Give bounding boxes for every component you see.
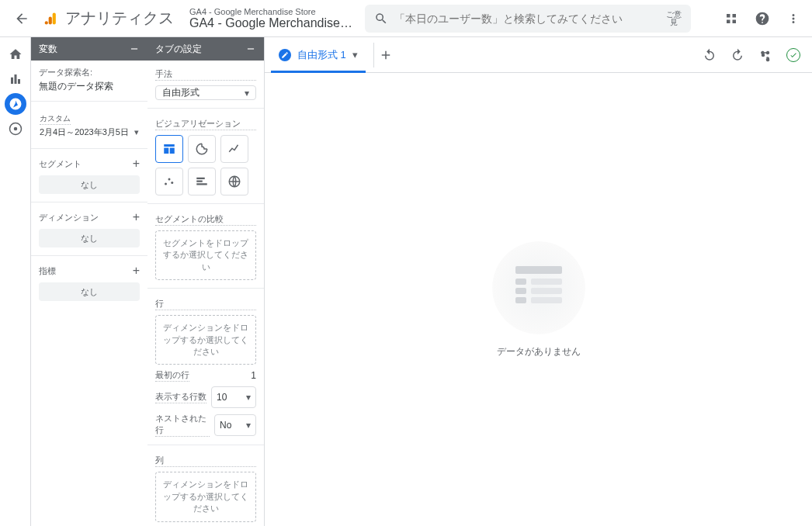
variables-panel: 変数 データ探索名: 無題のデータ探索 カスタム 2月4日～2023年3月5日 … <box>31 37 147 526</box>
viz-geo-icon[interactable] <box>220 168 248 196</box>
add-tab-button[interactable] <box>373 43 398 67</box>
redo-icon[interactable] <box>725 43 750 67</box>
search-field[interactable]: ご意 見 <box>365 5 691 33</box>
svg-point-3 <box>13 127 17 131</box>
svg-rect-1 <box>49 16 52 24</box>
nav-reports-icon[interactable] <box>5 68 26 90</box>
chevron-down-icon: ▾ <box>246 392 251 403</box>
viz-line-icon[interactable] <box>220 135 248 163</box>
undo-icon[interactable] <box>697 43 722 67</box>
nested-rows-select[interactable]: No ▾ <box>214 414 256 436</box>
segment-compare-label: セグメントの比較 <box>155 213 256 226</box>
first-row-value: 1 <box>251 370 256 381</box>
empty-illustration-icon <box>492 241 585 334</box>
rows-section-label: 行 <box>155 298 256 310</box>
svg-point-4 <box>165 183 167 185</box>
add-segment-icon[interactable]: + <box>133 157 140 171</box>
date-range-value: 2月4日～2023年3月5日 <box>40 126 129 138</box>
segments-none-chip[interactable]: なし <box>39 175 140 194</box>
chevron-down-icon: ▾ <box>245 88 249 99</box>
chevron-down-icon: ▾ <box>134 127 139 137</box>
nested-rows-value: No <box>220 420 231 431</box>
account-name: GA4 - Google Merchandise Store <box>189 7 352 16</box>
canvas-area: 自由形式 1 ▾ <box>264 37 812 526</box>
first-row-label: 最初の行 <box>155 369 189 382</box>
rows-shown-value: 10 <box>217 392 227 403</box>
property-name: GA4 - Google Merchandise ... <box>189 16 352 30</box>
viz-bar-icon[interactable] <box>188 168 216 196</box>
visualization-label: ビジュアリゼーション <box>155 118 256 130</box>
share-icon[interactable] <box>753 43 778 67</box>
metrics-none-chip[interactable]: なし <box>39 282 140 301</box>
more-icon[interactable] <box>781 3 806 34</box>
svg-point-5 <box>168 178 171 181</box>
technique-label: 手法 <box>155 68 256 81</box>
exploration-name-label: データ探索名: <box>39 67 140 78</box>
apps-icon[interactable] <box>719 3 744 34</box>
collapse-settings-icon[interactable] <box>245 43 256 54</box>
add-metric-icon[interactable]: + <box>133 264 140 278</box>
chevron-down-icon: ▾ <box>246 420 251 431</box>
cols-section-label: 列 <box>155 455 256 467</box>
tab-label: 自由形式 1 <box>297 48 346 62</box>
rows-drop[interactable]: ディメンションをドロップするか選択してください <box>155 315 256 365</box>
variables-title: 変数 <box>39 43 57 56</box>
dimensions-label: ディメンション <box>39 212 99 223</box>
empty-message: データがありません <box>497 345 581 358</box>
segments-label: セグメント <box>39 158 82 170</box>
date-range-label: カスタム <box>40 113 71 125</box>
exploration-name-value[interactable]: 無題のデータ探索 <box>39 80 140 93</box>
tab-freeform-1[interactable]: 自由形式 1 ▾ <box>271 37 366 73</box>
back-icon[interactable] <box>6 3 37 34</box>
nav-home-icon[interactable] <box>5 43 26 65</box>
search-input[interactable] <box>394 12 660 25</box>
viz-scatter-icon[interactable] <box>155 168 183 196</box>
metrics-label: 指標 <box>39 265 56 277</box>
left-nav-rail <box>0 37 31 526</box>
rows-shown-label: 表示する行数 <box>155 391 206 403</box>
viz-table-icon[interactable] <box>155 135 183 163</box>
collapse-variables-icon[interactable] <box>129 43 140 54</box>
account-switcher[interactable]: GA4 - Google Merchandise Store GA4 - Goo… <box>189 7 352 30</box>
viz-donut-icon[interactable] <box>188 135 216 163</box>
ga-logo-icon <box>43 3 59 34</box>
add-dimension-icon[interactable]: + <box>133 210 140 224</box>
cols-drop[interactable]: ディメンションをドロップするか選択してください <box>155 472 256 521</box>
nav-advertising-icon[interactable] <box>5 118 26 140</box>
tab-settings-title: タブの設定 <box>155 43 202 56</box>
tab-settings-panel: タブの設定 手法 自由形式 ▾ ビジュアリゼーション <box>147 37 264 526</box>
help-icon[interactable] <box>750 3 775 34</box>
rows-shown-select[interactable]: 10 ▾ <box>211 386 256 408</box>
svg-point-2 <box>45 21 48 24</box>
nav-explore-icon[interactable] <box>5 93 26 115</box>
svg-rect-0 <box>53 12 56 24</box>
product-title: アナリティクス <box>65 8 174 29</box>
search-icon <box>374 12 388 26</box>
technique-select[interactable]: 自由形式 ▾ <box>155 85 256 100</box>
date-range-picker[interactable]: カスタム 2月4日～2023年3月5日 ▾ <box>39 109 140 140</box>
feedback-link[interactable]: ご意 見 <box>666 11 682 26</box>
edit-icon <box>279 49 291 61</box>
segment-compare-drop[interactable]: セグメントをドロップするか選択してください <box>155 230 256 280</box>
dimensions-none-chip[interactable]: なし <box>39 229 140 247</box>
nested-rows-label: ネストされた行 <box>155 413 210 437</box>
svg-point-6 <box>171 182 173 184</box>
status-ok-icon[interactable] <box>781 43 806 67</box>
technique-value: 自由形式 <box>162 86 200 99</box>
tab-menu-chevron-icon[interactable]: ▾ <box>352 49 358 61</box>
